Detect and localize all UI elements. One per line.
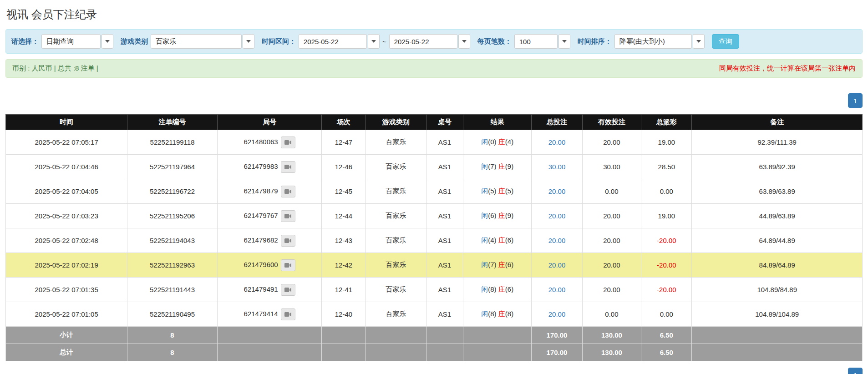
video-button[interactable] — [281, 235, 295, 247]
total-bet-link[interactable]: 20.00 — [548, 187, 566, 195]
sort-value: 降幂(由大到小) — [614, 34, 692, 49]
result-player-label: 闲 — [481, 236, 488, 244]
query-type-caret-button[interactable] — [102, 34, 113, 49]
footer-empty-cell — [365, 344, 426, 361]
table-no-cell: AS1 — [426, 155, 463, 179]
sort-label: 时间排序： — [578, 37, 612, 46]
time-cell: 2025-05-22 07:01:35 — [6, 278, 127, 302]
game-type-select[interactable]: 百家乐 — [151, 34, 254, 49]
result-player-label: 闲 — [481, 285, 488, 293]
total-bet-link[interactable]: 20.00 — [548, 212, 566, 220]
table-row: 2025-05-22 07:02:19 522521192963 6214796… — [6, 253, 863, 278]
video-icon — [284, 140, 292, 145]
round-cell: 621479983 — [217, 155, 322, 179]
result-banker-label: 庄 — [498, 162, 505, 170]
footer-count-cell: 8 — [127, 344, 218, 361]
query-type-select[interactable]: 日期查询 — [41, 34, 113, 49]
chevron-down-icon — [371, 40, 376, 43]
session-cell: 12-44 — [322, 204, 365, 228]
date-from-caret-button[interactable] — [368, 34, 380, 49]
column-header: 场次 — [322, 115, 365, 130]
video-button[interactable] — [281, 259, 295, 271]
session-cell: 12-46 — [322, 155, 365, 179]
table-no-cell: AS1 — [426, 204, 463, 228]
total-bet-link[interactable]: 20.00 — [548, 237, 566, 244]
total-bet-cell: 20.00 — [532, 278, 582, 302]
bet-id-cell: 522521192963 — [127, 253, 218, 278]
total-bet-link[interactable]: 20.00 — [548, 310, 566, 318]
date-from-input[interactable] — [299, 34, 367, 49]
video-button[interactable] — [281, 284, 295, 296]
payout-cell: 19.00 — [641, 204, 692, 228]
payout-cell: -20.00 — [641, 278, 692, 302]
table-no-cell: AS1 — [426, 278, 463, 302]
round-number: 621479879 — [244, 187, 278, 194]
total-bet-cell: 20.00 — [532, 302, 582, 327]
records-table: 时间注单编号局号场次游戏类别桌号结果总投注有效投注总派彩备注 2025-05-2… — [5, 114, 863, 361]
page-size-input[interactable] — [514, 34, 558, 49]
time-cell: 2025-05-22 07:02:19 — [6, 253, 127, 278]
video-button[interactable] — [281, 308, 295, 320]
round-number: 621479491 — [244, 285, 278, 293]
result-player-score: (7) — [488, 261, 496, 268]
time-cell: 2025-05-22 07:04:46 — [6, 155, 127, 179]
game-type-cell: 百家乐 — [365, 204, 426, 228]
summary-currency-count: 币别 : 人民币 | 总共 :8 注单 | — [12, 64, 98, 73]
total-bet-link[interactable]: 20.00 — [548, 138, 566, 146]
footer-label-cell: 小计 — [6, 327, 127, 344]
page-size-caret-button[interactable] — [558, 34, 570, 49]
result-player-score: (6) — [488, 212, 496, 219]
query-type-group: 请选择： 日期查询 — [11, 34, 113, 49]
column-header: 桌号 — [426, 115, 463, 130]
total-bet-cell: 20.00 — [532, 253, 582, 278]
column-header: 总投注 — [532, 115, 582, 130]
video-button[interactable] — [281, 161, 295, 173]
video-button[interactable] — [281, 136, 295, 148]
note-cell: 63.89/92.39 — [692, 155, 863, 179]
query-button[interactable]: 查询 — [712, 34, 739, 49]
column-header: 备注 — [692, 115, 863, 130]
date-to-caret-button[interactable] — [458, 34, 470, 49]
time-cell: 2025-05-22 07:03:23 — [6, 204, 127, 228]
date-to-input[interactable] — [389, 34, 457, 49]
query-type-label: 请选择： — [11, 37, 39, 46]
chevron-down-icon — [105, 40, 110, 43]
footer-total-bet-cell: 170.00 — [532, 344, 582, 361]
page-title: 视讯 会员下注纪录 — [6, 7, 863, 22]
result-banker-score: (9) — [505, 162, 513, 170]
total-bet-link[interactable]: 30.00 — [548, 163, 566, 171]
result-banker-score: (9) — [505, 212, 513, 219]
column-header: 时间 — [6, 115, 127, 130]
result-cell: 闲(8) 庄(8) — [463, 302, 532, 327]
footer-empty-cell — [217, 327, 322, 344]
round-cell: 621479879 — [217, 179, 322, 204]
payout-cell: -20.00 — [641, 253, 692, 278]
result-player-label: 闲 — [481, 310, 488, 318]
time-cell: 2025-05-22 07:02:48 — [6, 228, 127, 253]
footer-empty-cell — [426, 344, 463, 361]
result-banker-label: 庄 — [498, 212, 505, 219]
bet-id-cell: 522521199118 — [127, 130, 218, 155]
footer-empty-cell — [322, 327, 365, 344]
footer-empty-cell — [463, 344, 532, 361]
total-bet-link[interactable]: 20.00 — [548, 261, 566, 269]
result-banker-label: 庄 — [498, 187, 505, 195]
result-player-score: (4) — [488, 236, 496, 244]
footer-empty-cell — [692, 327, 863, 344]
game-type-cell: 百家乐 — [365, 302, 426, 327]
video-button[interactable] — [281, 210, 295, 222]
total-bet-link[interactable]: 20.00 — [548, 286, 566, 293]
sort-caret-button[interactable] — [693, 34, 705, 49]
page-number-button[interactable]: 1 — [848, 93, 863, 108]
video-button[interactable] — [281, 186, 295, 197]
game-type-caret-button[interactable] — [243, 34, 254, 49]
result-banker-score: (4) — [505, 138, 513, 146]
game-type-cell: 百家乐 — [365, 278, 426, 302]
valid-bet-cell: 20.00 — [582, 228, 641, 253]
page-number-button[interactable]: 1 — [848, 368, 863, 374]
result-banker-label: 庄 — [498, 236, 505, 244]
footer-payout-cell: 6.50 — [641, 344, 692, 361]
sort-select[interactable]: 降幂(由大到小) — [614, 34, 705, 49]
bet-id-cell: 522521195206 — [127, 204, 218, 228]
result-cell: 闲(7) 庄(6) — [463, 253, 532, 278]
